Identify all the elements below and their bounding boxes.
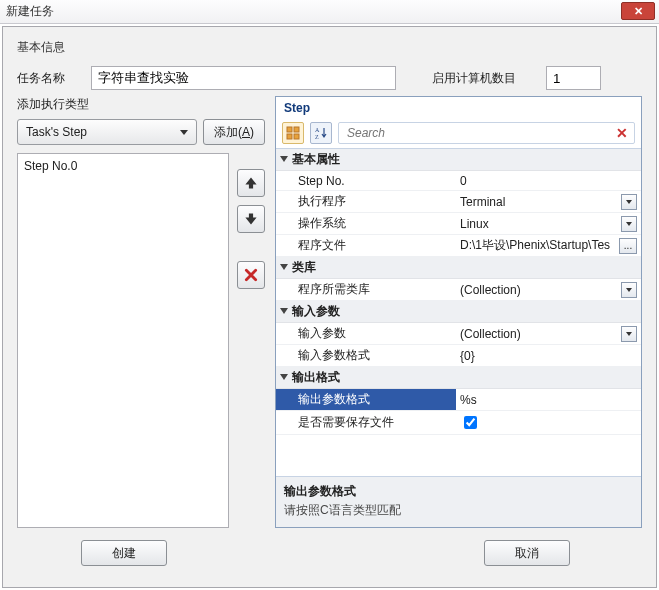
basic-info-section: 基本信息 任务名称 启用计算机数目 bbox=[3, 27, 656, 96]
title-bar: 新建任务 ✕ bbox=[0, 0, 659, 24]
window-body: 基本信息 任务名称 启用计算机数目 添加执行类型 Task's Step 添加(… bbox=[2, 26, 657, 588]
dropdown-button[interactable] bbox=[621, 194, 637, 210]
dropdown-button[interactable] bbox=[621, 282, 637, 298]
window-title: 新建任务 bbox=[6, 3, 54, 20]
save-file-checkbox[interactable] bbox=[464, 416, 477, 429]
add-exec-type-legend: 添加执行类型 bbox=[17, 96, 265, 113]
prop-file[interactable]: 程序文件 D:\1毕设\Phenix\Startup\TestApp... bbox=[276, 235, 641, 257]
main-area: 添加执行类型 Task's Step 添加(A) Step No.0 bbox=[3, 96, 656, 536]
arrow-up-icon bbox=[244, 176, 258, 190]
description-title: 输出参数格式 bbox=[284, 483, 633, 500]
exec-type-combo-value: Task's Step bbox=[26, 125, 87, 139]
property-search[interactable]: ✕ bbox=[338, 122, 635, 144]
collapse-icon bbox=[280, 308, 288, 314]
property-search-input[interactable] bbox=[345, 125, 616, 141]
prop-in-fmt[interactable]: 输入参数格式 {0} bbox=[276, 345, 641, 367]
prop-in-param[interactable]: 输入参数 (Collection) bbox=[276, 323, 641, 345]
svg-rect-2 bbox=[287, 134, 292, 139]
arrow-down-icon bbox=[244, 212, 258, 226]
browse-button[interactable]: ... bbox=[619, 238, 637, 254]
step-list[interactable]: Step No.0 bbox=[17, 153, 229, 528]
prop-os[interactable]: 操作系统 Linux bbox=[276, 213, 641, 235]
task-name-label: 任务名称 bbox=[17, 70, 77, 87]
dropdown-button[interactable] bbox=[621, 216, 637, 232]
collapse-icon bbox=[280, 264, 288, 270]
svg-rect-0 bbox=[287, 127, 292, 132]
delete-icon bbox=[244, 268, 258, 282]
cancel-button[interactable]: 取消 bbox=[484, 540, 570, 566]
svg-rect-3 bbox=[294, 134, 299, 139]
dropdown-button[interactable] bbox=[621, 326, 637, 342]
category-in[interactable]: 输入参数 bbox=[276, 301, 641, 323]
close-icon: ✕ bbox=[634, 5, 643, 18]
collapse-icon bbox=[280, 374, 288, 380]
delete-button[interactable] bbox=[237, 261, 265, 289]
svg-text:Z: Z bbox=[315, 134, 319, 140]
clear-search-icon[interactable]: ✕ bbox=[616, 125, 628, 141]
enable-count-input[interactable] bbox=[546, 66, 601, 90]
property-grid[interactable]: 基本属性 Step No. 0 执行程序 Terminal 操作系统 Linux bbox=[276, 149, 641, 476]
svg-rect-1 bbox=[294, 127, 299, 132]
exec-type-combo[interactable]: Task's Step bbox=[17, 119, 197, 145]
categorized-icon bbox=[286, 126, 300, 140]
categorized-button[interactable] bbox=[282, 122, 304, 144]
prop-step-no[interactable]: Step No. 0 bbox=[276, 171, 641, 191]
prop-lib[interactable]: 程序所需类库 (Collection) bbox=[276, 279, 641, 301]
prop-exec[interactable]: 执行程序 Terminal bbox=[276, 191, 641, 213]
bottom-bar: 创建 取消 bbox=[3, 536, 656, 576]
chevron-down-icon bbox=[626, 222, 632, 226]
chevron-down-icon bbox=[626, 288, 632, 292]
close-button[interactable]: ✕ bbox=[621, 2, 655, 20]
category-lib[interactable]: 类库 bbox=[276, 257, 641, 279]
svg-text:A: A bbox=[315, 127, 320, 133]
side-buttons bbox=[237, 169, 265, 528]
list-item[interactable]: Step No.0 bbox=[24, 158, 222, 174]
add-button[interactable]: 添加(A) bbox=[203, 119, 265, 145]
prop-out-fmt[interactable]: 输出参数格式 %s bbox=[276, 389, 641, 411]
left-panel: 添加执行类型 Task's Step 添加(A) Step No.0 bbox=[17, 96, 265, 528]
description-body: 请按照C语言类型匹配 bbox=[284, 502, 633, 519]
property-toolbar: A Z ✕ bbox=[276, 118, 641, 149]
chevron-down-icon bbox=[626, 200, 632, 204]
property-panel: Step A Z bbox=[275, 96, 642, 528]
prop-save-file[interactable]: 是否需要保存文件 bbox=[276, 411, 641, 435]
enable-count-label: 启用计算机数目 bbox=[432, 70, 532, 87]
category-out[interactable]: 输出格式 bbox=[276, 367, 641, 389]
collapse-icon bbox=[280, 156, 288, 162]
task-name-input[interactable] bbox=[91, 66, 396, 90]
sort-az-icon: A Z bbox=[314, 126, 328, 140]
chevron-down-icon bbox=[180, 130, 188, 135]
basic-info-legend: 基本信息 bbox=[17, 39, 642, 56]
create-button[interactable]: 创建 bbox=[81, 540, 167, 566]
category-basic[interactable]: 基本属性 bbox=[276, 149, 641, 171]
alphabetical-button[interactable]: A Z bbox=[310, 122, 332, 144]
property-panel-header: Step bbox=[276, 97, 641, 118]
move-down-button[interactable] bbox=[237, 205, 265, 233]
move-up-button[interactable] bbox=[237, 169, 265, 197]
description-pane: 输出参数格式 请按照C语言类型匹配 bbox=[276, 476, 641, 527]
chevron-down-icon bbox=[626, 332, 632, 336]
